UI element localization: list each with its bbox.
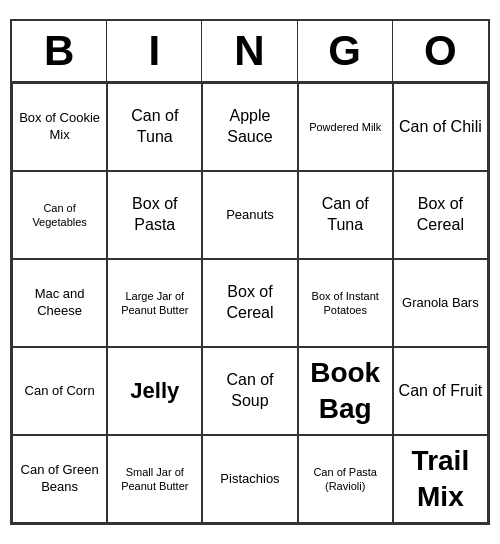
bingo-cell: Can of Chili [393,83,488,171]
bingo-cell: Peanuts [202,171,297,259]
bingo-cell: Can of Corn [12,347,107,435]
cell-text: Box of Pasta [112,194,197,236]
bingo-cell: Apple Sauce [202,83,297,171]
cell-text: Can of Chili [399,117,482,138]
cell-text: Apple Sauce [207,106,292,148]
bingo-cell: Granola Bars [393,259,488,347]
bingo-cell: Box of Instant Potatoes [298,259,393,347]
bingo-cell: Can of Soup [202,347,297,435]
cell-text: Pistachios [220,471,279,488]
bingo-cell: Can of Tuna [107,83,202,171]
cell-text: Small Jar of Peanut Butter [112,465,197,494]
bingo-cell: Can of Fruit [393,347,488,435]
cell-text: Can of Green Beans [17,462,102,496]
bingo-grid: Box of Cookie MixCan of TunaApple SauceP… [12,83,488,523]
bingo-cell: Can of Tuna [298,171,393,259]
cell-text: Powdered Milk [309,120,381,134]
bingo-cell: Box of Cookie Mix [12,83,107,171]
cell-text: Box of Cookie Mix [17,110,102,144]
bingo-card: BINGO Box of Cookie MixCan of TunaApple … [10,19,490,525]
bingo-cell: Can of Green Beans [12,435,107,523]
cell-text: Trail Mix [398,443,483,516]
bingo-cell: Book Bag [298,347,393,435]
cell-text: Can of Pasta (Ravioli) [303,465,388,494]
bingo-cell: Mac and Cheese [12,259,107,347]
header-letter: I [107,21,202,81]
cell-text: Mac and Cheese [17,286,102,320]
cell-text: Large Jar of Peanut Butter [112,289,197,318]
bingo-cell: Jelly [107,347,202,435]
bingo-cell: Box of Cereal [393,171,488,259]
cell-text: Book Bag [303,355,388,428]
bingo-cell: Trail Mix [393,435,488,523]
header-letter: N [202,21,297,81]
bingo-cell: Can of Vegetables [12,171,107,259]
header-letter: B [12,21,107,81]
header-letter: O [393,21,488,81]
cell-text: Box of Cereal [398,194,483,236]
cell-text: Granola Bars [402,295,479,312]
cell-text: Jelly [130,377,179,406]
cell-text: Box of Instant Potatoes [303,289,388,318]
cell-text: Can of Tuna [112,106,197,148]
bingo-cell: Large Jar of Peanut Butter [107,259,202,347]
cell-text: Can of Tuna [303,194,388,236]
bingo-cell: Pistachios [202,435,297,523]
bingo-header: BINGO [12,21,488,83]
bingo-cell: Powdered Milk [298,83,393,171]
cell-text: Peanuts [226,207,274,224]
cell-text: Can of Corn [25,383,95,400]
cell-text: Can of Soup [207,370,292,412]
bingo-cell: Small Jar of Peanut Butter [107,435,202,523]
header-letter: G [298,21,393,81]
cell-text: Can of Vegetables [17,201,102,230]
cell-text: Can of Fruit [399,381,483,402]
bingo-cell: Box of Pasta [107,171,202,259]
bingo-cell: Box of Cereal [202,259,297,347]
bingo-cell: Can of Pasta (Ravioli) [298,435,393,523]
cell-text: Box of Cereal [207,282,292,324]
